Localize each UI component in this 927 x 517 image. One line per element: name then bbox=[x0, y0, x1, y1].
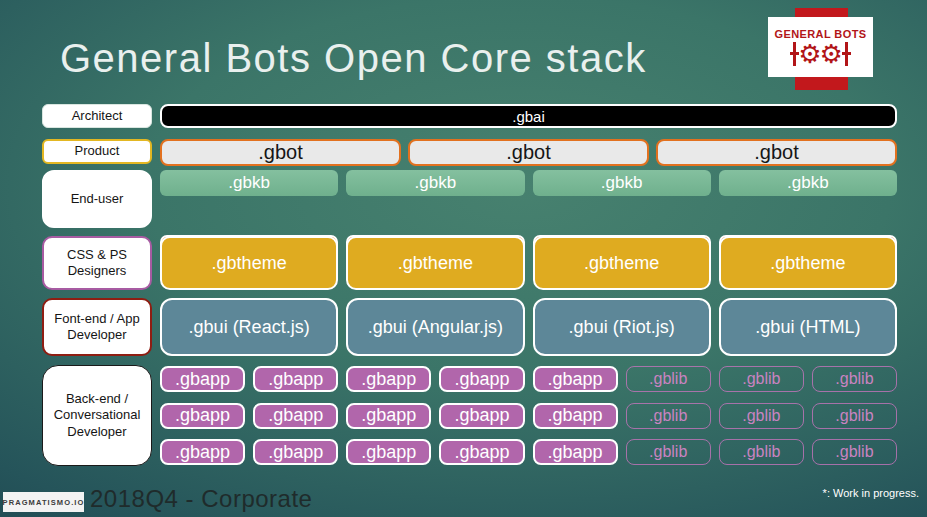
gblib-bar: .gblib bbox=[719, 439, 804, 465]
gbapp-bar: .gbapp bbox=[160, 366, 245, 392]
gbui-riot-bar: .gbui (Riot.js) bbox=[533, 298, 711, 356]
gblib-bar: .gblib bbox=[812, 403, 897, 429]
row-enduser: End-user .gbkb .gbkb .gbkb .gbkb .gbdial… bbox=[42, 170, 897, 228]
gear-icon: ⚙ bbox=[820, 41, 843, 67]
slide-title: General Bots Open Core stack bbox=[60, 36, 647, 81]
gbtheme-bar: .gbtheme bbox=[533, 236, 711, 290]
gbapp-bar: .gbapp bbox=[253, 366, 338, 392]
gbapp-bar: .gbapp bbox=[533, 439, 618, 465]
label-backend-developer: Back-end / Conversational Developer bbox=[42, 365, 152, 466]
footer-caption: 2018Q4 - Corporate bbox=[90, 485, 312, 513]
logo-text: GENERAL BOTS bbox=[775, 28, 867, 40]
row-css-designers: CSS & PS Designers .gbtheme .gbtheme .gb… bbox=[42, 236, 897, 290]
gbai-bar: .gbai bbox=[160, 104, 897, 128]
gblib-bar: .gblib bbox=[626, 439, 711, 465]
gbapp-bar: .gbapp bbox=[160, 439, 245, 465]
work-in-progress-note: *: Work in progress. bbox=[823, 487, 919, 499]
gbkb-bar: .gbkb bbox=[160, 170, 338, 196]
gbapp-bar: .gbapp bbox=[346, 439, 431, 465]
gbui-html-bar: .gbui (HTML) bbox=[719, 298, 897, 356]
gbui-react-bar: .gbui (React.js) bbox=[160, 298, 338, 356]
row-architect: Architect .gbai bbox=[42, 104, 897, 128]
gbapp-bar: .gbapp bbox=[439, 403, 524, 429]
label-product: Product bbox=[42, 139, 152, 164]
gbapp-bar: .gbapp bbox=[439, 439, 524, 465]
gbapp-bar: .gbapp bbox=[533, 403, 618, 429]
label-enduser: End-user bbox=[42, 170, 152, 228]
gblib-bar: .gblib bbox=[626, 366, 711, 392]
gblib-bar: .gblib bbox=[719, 403, 804, 429]
gbot-bar: .gbot bbox=[160, 139, 401, 166]
gbapp-bar: .gbapp bbox=[439, 366, 524, 392]
gbapp-bar: .gbapp bbox=[533, 366, 618, 392]
pragmatismo-brand-badge: PRAGMATISMO.IO bbox=[3, 492, 84, 512]
general-bots-logo: GENERAL BOTS ⚙ ⚙ bbox=[768, 17, 873, 77]
row-frontend-developer: Font-end / App Developer .gbui (React.js… bbox=[42, 298, 897, 356]
logo-bar-left bbox=[793, 42, 796, 66]
gbapp-bar: .gbapp bbox=[253, 439, 338, 465]
logo-gears: ⚙ ⚙ bbox=[790, 41, 851, 67]
logo-bar-right bbox=[845, 42, 848, 66]
gbapp-bar: .gbapp bbox=[346, 403, 431, 429]
gblib-bar: .gblib bbox=[812, 366, 897, 392]
gbtheme-bar: .gbtheme bbox=[719, 236, 897, 290]
label-frontend-developer: Font-end / App Developer bbox=[42, 298, 152, 356]
label-architect: Architect bbox=[42, 104, 152, 128]
gbkb-bar: .gbkb bbox=[346, 170, 524, 196]
gbot-bar: .gbot bbox=[408, 139, 649, 166]
gblib-bar: .gblib bbox=[626, 403, 711, 429]
stack-diagram: Architect .gbai Product .gbot .gbot .gbo… bbox=[42, 104, 897, 466]
gbtheme-bar: .gbtheme bbox=[346, 236, 524, 290]
row-product: Product .gbot .gbot .gbot bbox=[42, 139, 897, 164]
row-backend-developer: Back-end / Conversational Developer .gba… bbox=[42, 365, 897, 466]
gbkb-bar: .gbkb bbox=[533, 170, 711, 196]
gblib-bar: .gblib bbox=[812, 439, 897, 465]
gbtheme-bar: .gbtheme bbox=[160, 236, 338, 290]
gbapp-bar: .gbapp bbox=[160, 403, 245, 429]
gbapp-bar: .gbapp bbox=[253, 403, 338, 429]
gear-icon: ⚙ bbox=[798, 41, 821, 67]
gbapp-bar: .gbapp bbox=[346, 366, 431, 392]
gbui-angular-bar: .gbui (Angular.js) bbox=[346, 298, 524, 356]
label-css-designers: CSS & PS Designers bbox=[42, 236, 152, 290]
gblib-bar: .gblib bbox=[719, 366, 804, 392]
gbot-bar: .gbot bbox=[656, 139, 897, 166]
gbkb-bar: .gbkb bbox=[719, 170, 897, 196]
